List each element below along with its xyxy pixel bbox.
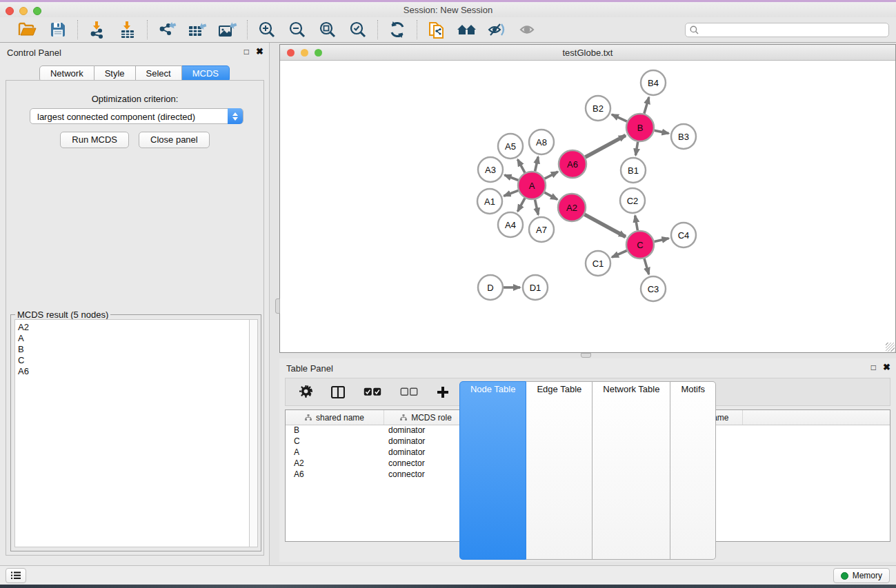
graph-node-C3[interactable]: C3 [641, 276, 666, 301]
table-panel-tabs: Node TableEdge TableNetwork TableMotifs [279, 381, 896, 560]
mcds-result-item[interactable]: B [18, 344, 249, 355]
float-table-panel-icon[interactable]: □ [871, 363, 876, 372]
svg-text:C1: C1 [593, 258, 604, 269]
zoom-in-icon[interactable] [257, 19, 277, 40]
zoom-out-icon[interactable] [287, 19, 308, 40]
tab-node-table[interactable]: Node Table [459, 381, 527, 560]
graph-node-A1[interactable]: A1 [477, 189, 502, 214]
svg-text:A6: A6 [567, 159, 578, 170]
run-mcds-button[interactable]: Run MCDS [60, 132, 129, 148]
svg-text:A8: A8 [536, 137, 547, 148]
graph-node-B[interactable]: B [626, 114, 654, 141]
close-table-panel-icon[interactable]: ✖ [883, 363, 890, 372]
close-panel-button[interactable]: Close panel [139, 132, 210, 148]
graph-node-C1[interactable]: C1 [586, 251, 610, 276]
graph-node-B2[interactable]: B2 [586, 96, 610, 121]
export-network-icon[interactable] [157, 19, 177, 40]
task-history-button[interactable] [6, 568, 26, 583]
graph-node-D1[interactable]: D1 [523, 275, 548, 300]
hide-graphics-details-icon[interactable] [517, 19, 538, 40]
zoom-fit-icon[interactable] [317, 19, 338, 40]
save-session-icon[interactable] [48, 19, 68, 40]
control-panel-title: Control Panel [7, 48, 61, 58]
graph-edge-A-A2[interactable] [544, 192, 557, 199]
graph-node-B3[interactable]: B3 [671, 124, 696, 149]
mcds-result-item[interactable]: A [18, 333, 249, 344]
import-network-icon[interactable] [87, 19, 108, 40]
graph-node-C2[interactable]: C2 [620, 188, 645, 213]
search-icon [690, 26, 699, 34]
splitter-collapse-handle[interactable] [275, 298, 280, 314]
graph-node-A3[interactable]: A3 [478, 157, 503, 182]
graph-node-A5[interactable]: A5 [498, 134, 523, 159]
graph-node-C4[interactable]: C4 [671, 223, 696, 247]
float-panel-icon[interactable]: □ [244, 47, 249, 57]
dropdown-stepper-icon [228, 108, 243, 124]
graph-node-C[interactable]: C [626, 231, 654, 258]
mcds-result-title: MCDS result (5 nodes) [15, 310, 110, 320]
svg-text:D: D [487, 283, 493, 293]
mcds-result-item[interactable]: A6 [18, 366, 249, 377]
clone-network-icon[interactable] [426, 19, 447, 40]
svg-text:A: A [529, 181, 535, 191]
graph-edge-C-C4[interactable] [655, 239, 669, 242]
graph-edge-C-C2[interactable] [635, 216, 638, 231]
graph-edge-C-C3[interactable] [644, 258, 649, 274]
graph-edge-B-B3[interactable] [655, 130, 669, 133]
tab-motifs[interactable]: Motifs [670, 381, 716, 560]
result-scrollbar[interactable] [249, 319, 258, 547]
window-resize-grip[interactable] [886, 343, 895, 352]
graph-node-B4[interactable]: B4 [641, 70, 666, 95]
graph-edge-A-A4[interactable] [518, 198, 526, 211]
graph-node-A2[interactable]: A2 [558, 194, 586, 221]
svg-text:A3: A3 [485, 165, 496, 175]
mcds-result-list[interactable]: A2ABCA6 [14, 319, 249, 547]
show-graphics-details-icon[interactable] [487, 19, 508, 40]
zoom-selected-icon[interactable] [348, 19, 368, 40]
svg-text:C4: C4 [678, 230, 690, 241]
graph-edge-A-A5[interactable] [518, 159, 526, 172]
graph-node-A4[interactable]: A4 [498, 212, 523, 237]
open-file-icon[interactable] [17, 19, 38, 40]
network-window-titlebar[interactable]: testGlobe.txt [280, 45, 895, 61]
graph-edge-B-B4[interactable] [644, 97, 649, 114]
tab-edge-table[interactable]: Edge Table [526, 381, 593, 560]
memory-button[interactable]: Memory [833, 568, 890, 583]
splitter-collapse-handle-bottom[interactable] [581, 353, 591, 358]
svg-text:C2: C2 [627, 196, 639, 206]
graph-node-A[interactable]: A [518, 172, 546, 199]
svg-text:A4: A4 [505, 220, 516, 230]
graph-edge-A6-B[interactable] [586, 135, 626, 157]
graph-node-B1[interactable]: B1 [621, 158, 646, 183]
graph-edge-C-C1[interactable] [612, 251, 627, 258]
table-panel-title: Table Panel [286, 363, 333, 374]
network-canvas[interactable]: B4B2BB3A5A8A6A3B1AA1C2A2A4A7C4CC1C3DD1 [280, 61, 895, 352]
graph-node-D[interactable]: D [478, 275, 503, 300]
graph-node-A8[interactable]: A8 [529, 130, 554, 154]
mcds-result-item[interactable]: A2 [18, 322, 249, 333]
graph-node-A7[interactable]: A7 [529, 217, 554, 242]
import-table-icon[interactable] [117, 19, 138, 40]
window-title: Session: New Session [0, 5, 896, 15]
home-network-icon[interactable] [457, 19, 477, 40]
optimization-criterion-dropdown[interactable]: largest connected component (directed) [30, 108, 243, 124]
graph-edge-B-B2[interactable] [612, 114, 627, 121]
export-image-icon[interactable] [217, 19, 238, 40]
graph-edge-A-A3[interactable] [505, 175, 519, 181]
network-window-title: testGlobe.txt [280, 48, 895, 58]
refresh-icon[interactable] [387, 19, 408, 40]
mcds-result-item[interactable]: C [18, 355, 249, 366]
tab-network-table[interactable]: Network Table [593, 381, 670, 560]
graph-edge-A-A7[interactable] [535, 200, 539, 215]
graph-node-A6[interactable]: A6 [559, 150, 586, 178]
graph-edge-A-A8[interactable] [535, 157, 539, 172]
svg-text:A2: A2 [566, 203, 577, 213]
export-table-icon[interactable] [187, 19, 208, 40]
graph-edge-A-A6[interactable] [545, 172, 558, 179]
graph-edge-B-B1[interactable] [636, 142, 638, 156]
search-input[interactable] [685, 23, 889, 37]
main-toolbar [0, 17, 896, 43]
graph-edge-A-A1[interactable] [504, 190, 519, 196]
graph-edge-A2-C[interactable] [584, 214, 626, 236]
close-panel-icon[interactable]: ✖ [256, 47, 263, 57]
